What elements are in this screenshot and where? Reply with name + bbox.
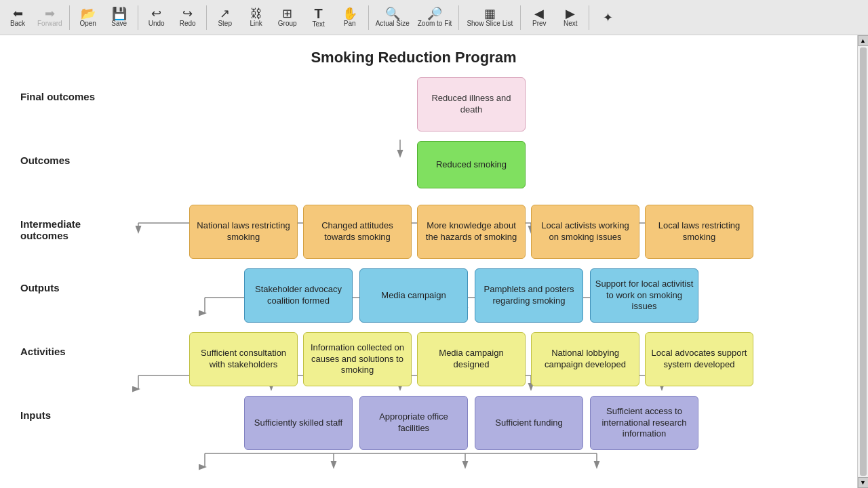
sep2 — [138, 5, 138, 30]
step-button[interactable]: ↗ Step — [210, 3, 240, 33]
canvas-area[interactable]: Smoking Reduction Program — [0, 35, 857, 488]
zoom-to-fit-button[interactable]: 🔎 Zoom to Fit — [414, 3, 456, 33]
box-more-knowledge[interactable]: More knowledge about the hazards of smok… — [417, 205, 526, 259]
outcomes-content: Reduced smoking — [136, 141, 807, 188]
show-slice-list-icon: ▦ — [484, 7, 496, 20]
box-sufficient-consultation[interactable]: Sufficient consultation with stakeholder… — [189, 332, 298, 386]
diagram: Smoking Reduction Program — [7, 42, 821, 464]
final-outcomes-label: Final outcomes — [20, 77, 136, 102]
back-icon: ⬅ — [13, 7, 23, 20]
intermediate-outcomes-row: Intermediate outcomes National laws rest… — [20, 205, 807, 259]
toolbar: ⬅ Back ➡ Forward 📂 Open 💾 Save ↩ Undo ↪ … — [0, 0, 868, 35]
sep5 — [458, 5, 459, 30]
activities-label: Activities — [20, 332, 136, 357]
intermediate-outcomes-content: National laws restricting smoking Change… — [136, 205, 807, 259]
forward-button[interactable]: ➡ Forward — [34, 3, 66, 33]
group-button[interactable]: ⊞ Group — [273, 3, 302, 33]
box-media-campaign-designed[interactable]: Media campaign designed — [417, 332, 526, 386]
open-button[interactable]: 📂 Open — [73, 3, 103, 33]
redo-button[interactable]: ↪ Redo — [173, 3, 203, 33]
sep4 — [368, 5, 369, 30]
save-button[interactable]: 💾 Save — [104, 3, 134, 33]
outputs-content: Stakeholder advocacy coalition formed Me… — [136, 268, 807, 323]
box-media-campaign[interactable]: Media campaign — [359, 268, 468, 323]
group-icon: ⊞ — [282, 7, 292, 20]
sep7 — [589, 5, 589, 30]
box-national-lobbying[interactable]: National lobbying campaign developed — [531, 332, 639, 386]
box-information-collected[interactable]: Information collected on causes and solu… — [303, 332, 412, 386]
box-sufficient-funding[interactable]: Sufficient funding — [475, 396, 583, 450]
next-button[interactable]: ▶ Next — [555, 3, 585, 33]
show-slice-list-button[interactable]: ▦ Show Slice List — [462, 3, 517, 33]
box-pamphlets[interactable]: Pamphlets and posters regarding smoking — [475, 268, 583, 323]
box-office-facilities[interactable]: Appropriate office facilities — [359, 396, 468, 450]
sep1 — [69, 5, 70, 30]
scrollbar-right[interactable]: ▲ ▼ — [857, 35, 868, 488]
final-outcomes-content: Reduced illness and death — [136, 77, 807, 131]
outputs-row: Outputs Stakeholder advocacy coalition f… — [20, 268, 807, 323]
link-button[interactable]: ⛓ Link — [241, 3, 271, 33]
box-stakeholder-coalition[interactable]: Stakeholder advocacy coalition formed — [244, 268, 353, 323]
sep3 — [206, 5, 207, 30]
link-icon: ⛓ — [250, 7, 262, 20]
outcomes-row: Outcomes Reduced smoking — [20, 141, 807, 195]
pan-icon: ✋ — [342, 7, 357, 20]
step-icon: ↗ — [220, 7, 230, 20]
box-local-laws[interactable]: Local laws restricting smoking — [645, 205, 753, 259]
back-button[interactable]: ⬅ Back — [3, 3, 33, 33]
box-reduced-smoking[interactable]: Reduced smoking — [417, 141, 526, 188]
text-icon: T — [315, 7, 323, 20]
box-reduced-illness[interactable]: Reduced illness and death — [417, 77, 526, 131]
actual-size-button[interactable]: 🔍 Actual Size — [372, 3, 413, 33]
final-outcomes-row: Final outcomes Reduced illness and death — [20, 77, 807, 131]
box-research-information[interactable]: Sufficient access to international resea… — [590, 396, 698, 450]
text-button[interactable]: T Text — [304, 3, 334, 33]
activities-row: Activities Sufficient consultation with … — [20, 332, 807, 386]
undo-button[interactable]: ↩ Undo — [142, 3, 172, 33]
sep6 — [520, 5, 521, 30]
inputs-row: Inputs Sufficiently skilled staff Approp… — [20, 396, 807, 450]
box-local-activists[interactable]: Local activists working on smoking issue… — [531, 205, 639, 259]
pan-button[interactable]: ✋ Pan — [335, 3, 365, 33]
redo-icon: ↪ — [182, 7, 193, 20]
forward-icon: ➡ — [45, 7, 55, 20]
scroll-thumb[interactable] — [860, 47, 867, 476]
extra-icon: ✦ — [603, 12, 613, 24]
prev-icon: ◀ — [534, 7, 544, 20]
box-national-laws[interactable]: National laws restricting smoking — [189, 205, 298, 259]
box-changed-attitudes[interactable]: Changed attitudes towards smoking — [303, 205, 412, 259]
box-support-local[interactable]: Support for local activitist to work on … — [590, 268, 698, 323]
prev-button[interactable]: ◀ Prev — [524, 3, 554, 33]
box-local-advocates[interactable]: Local advocates support system developed — [645, 332, 753, 386]
scroll-down-arrow[interactable]: ▼ — [858, 477, 869, 488]
outcomes-label: Outcomes — [20, 141, 136, 166]
activities-content: Sufficient consultation with stakeholder… — [136, 332, 807, 386]
intermediate-outcomes-label: Intermediate outcomes — [20, 205, 136, 241]
open-icon: 📂 — [81, 7, 96, 20]
save-icon: 💾 — [112, 7, 127, 20]
actual-size-icon: 🔍 — [385, 7, 400, 20]
scroll-up-arrow[interactable]: ▲ — [858, 35, 869, 46]
undo-icon: ↩ — [151, 7, 161, 20]
inputs-label: Inputs — [20, 396, 136, 421]
outputs-label: Outputs — [20, 268, 136, 293]
next-icon: ▶ — [566, 7, 575, 20]
diagram-title: Smoking Reduction Program — [20, 49, 807, 66]
main-area: Smoking Reduction Program — [0, 35, 868, 488]
inputs-content: Sufficiently skilled staff Appropriate o… — [136, 396, 807, 450]
box-skilled-staff[interactable]: Sufficiently skilled staff — [244, 396, 353, 450]
extra-button[interactable]: ✦ — [593, 3, 623, 33]
zoom-to-fit-icon: 🔎 — [427, 7, 442, 20]
